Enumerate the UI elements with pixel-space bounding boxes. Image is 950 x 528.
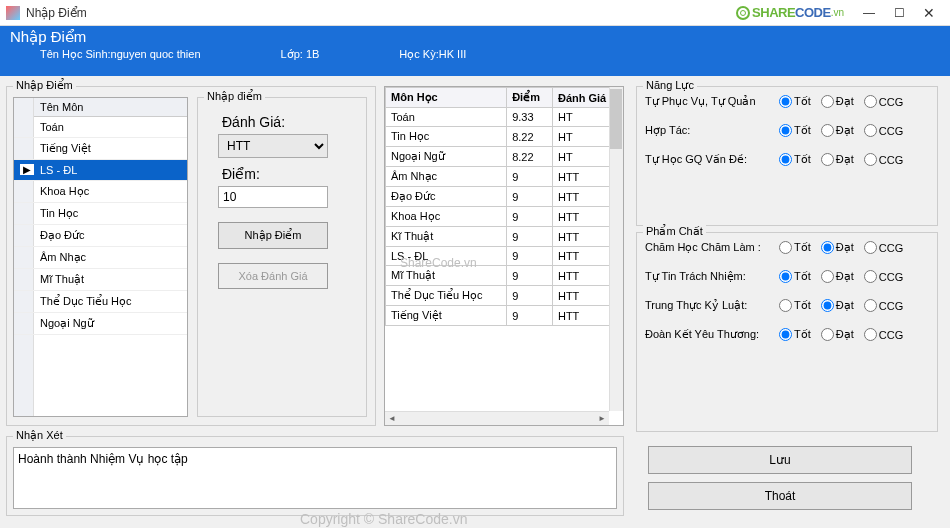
- table-row[interactable]: Toán9.33HT: [386, 108, 623, 127]
- radio-option[interactable]: CCG: [860, 95, 903, 108]
- radio-row: Tự Tin Trách Nhiệm:TốtĐạtCCG: [637, 262, 937, 291]
- subject-row[interactable]: ▶LS - ĐL: [14, 160, 187, 181]
- table-row[interactable]: Kĩ Thuật9HTT: [386, 227, 623, 247]
- radio-option[interactable]: Đạt: [817, 328, 854, 341]
- group-phamchat-title: Phẩm Chất: [643, 225, 706, 238]
- table-row[interactable]: Âm Nhạc9HTT: [386, 167, 623, 187]
- radio-option[interactable]: Đạt: [817, 153, 854, 166]
- comment-textarea[interactable]: [13, 447, 617, 509]
- radio-input[interactable]: [864, 153, 877, 166]
- scroll-right-icon[interactable]: ►: [595, 411, 609, 425]
- radio-option[interactable]: CCG: [860, 241, 903, 254]
- subject-row[interactable]: Khoa Học: [14, 181, 187, 203]
- subject-row[interactable]: Đạo Đức: [14, 225, 187, 247]
- radio-input[interactable]: [864, 328, 877, 341]
- radio-input[interactable]: [821, 270, 834, 283]
- radio-input[interactable]: [864, 241, 877, 254]
- student-info: Tên Học Sinh:nguyen quoc thien: [40, 48, 201, 61]
- comment-title: Nhận Xét: [13, 429, 66, 442]
- radio-option[interactable]: CCG: [860, 270, 903, 283]
- radio-input[interactable]: [779, 299, 792, 312]
- subject-row[interactable]: Mĩ Thuật: [14, 269, 187, 291]
- exit-button[interactable]: Thoát: [648, 482, 912, 510]
- group-nangluc: Năng Lực Tự Phục Vụ, Tự QuảnTốtĐạtCCGHợp…: [636, 86, 938, 226]
- radio-option[interactable]: CCG: [860, 328, 903, 341]
- radio-row-label: Đoàn Kết Yêu Thương:: [645, 328, 775, 341]
- radio-option[interactable]: CCG: [860, 299, 903, 312]
- subject-row[interactable]: Tin Học: [14, 203, 187, 225]
- radio-option[interactable]: Tốt: [775, 241, 811, 254]
- radio-input[interactable]: [779, 270, 792, 283]
- table-row[interactable]: Đạo Đức9HTT: [386, 187, 623, 207]
- radio-input[interactable]: [821, 124, 834, 137]
- enter-score-button[interactable]: Nhập Điểm: [218, 222, 328, 249]
- entry-title: Nhập điểm: [204, 90, 265, 103]
- radio-input[interactable]: [821, 328, 834, 341]
- radio-option[interactable]: Tốt: [775, 328, 811, 341]
- radio-input[interactable]: [779, 153, 792, 166]
- close-button[interactable]: ✕: [914, 3, 944, 23]
- save-button[interactable]: Lưu: [648, 446, 912, 474]
- radio-input[interactable]: [779, 241, 792, 254]
- page-title: Nhập Điểm: [10, 28, 940, 46]
- radio-row: Tự Học GQ Vấn Đề:TốtĐạtCCG: [637, 145, 937, 174]
- radio-option[interactable]: Tốt: [775, 95, 811, 108]
- titlebar: Nhập Điểm SHARECODE.vn — ☐ ✕: [0, 0, 950, 26]
- radio-input[interactable]: [821, 299, 834, 312]
- radio-input[interactable]: [864, 299, 877, 312]
- radio-option[interactable]: Đạt: [817, 241, 854, 254]
- radio-option[interactable]: Đạt: [817, 270, 854, 283]
- table-header[interactable]: Môn Học: [386, 88, 507, 108]
- delete-rating-button[interactable]: Xóa Đánh Giá: [218, 263, 328, 289]
- maximize-button[interactable]: ☐: [884, 3, 914, 23]
- radio-option[interactable]: Đạt: [817, 299, 854, 312]
- table-row[interactable]: Mĩ Thuật9HTT: [386, 266, 623, 286]
- radio-option[interactable]: CCG: [860, 124, 903, 137]
- radio-input[interactable]: [779, 95, 792, 108]
- table-row[interactable]: Ngoại Ngữ8.22HT: [386, 147, 623, 167]
- rating-select[interactable]: HTT: [218, 134, 328, 158]
- radio-option[interactable]: Tốt: [775, 153, 811, 166]
- radio-row: Trung Thực Kỷ Luật:TốtĐạtCCG: [637, 291, 937, 320]
- header-bar: Nhập Điểm Tên Học Sinh:nguyen quoc thien…: [0, 26, 950, 76]
- radio-input[interactable]: [821, 95, 834, 108]
- radio-input[interactable]: [864, 270, 877, 283]
- table-row[interactable]: Tiếng Việt9HTT: [386, 306, 623, 326]
- radio-option[interactable]: Tốt: [775, 270, 811, 283]
- scrollbar-horizontal[interactable]: [385, 411, 609, 425]
- table-row[interactable]: LS - ĐL9HTT: [386, 247, 623, 266]
- group-comment: Nhận Xét: [6, 436, 624, 516]
- subject-row[interactable]: Thể Dục Tiểu Học: [14, 291, 187, 313]
- minimize-button[interactable]: —: [854, 3, 884, 23]
- subject-row[interactable]: Tiếng Việt: [14, 138, 187, 160]
- radio-row: Đoàn Kết Yêu Thương:TốtĐạtCCG: [637, 320, 937, 349]
- radio-input[interactable]: [864, 124, 877, 137]
- subject-row[interactable]: Toán: [14, 117, 187, 138]
- radio-option[interactable]: Đạt: [817, 95, 854, 108]
- radio-input[interactable]: [779, 124, 792, 137]
- table-row[interactable]: Tin Học8.22HT: [386, 127, 623, 147]
- table-row[interactable]: Khoa Học9HTT: [386, 207, 623, 227]
- radio-input[interactable]: [821, 153, 834, 166]
- radio-option[interactable]: Tốt: [775, 124, 811, 137]
- radio-input[interactable]: [779, 328, 792, 341]
- brand-logo: SHARECODE.vn: [736, 5, 844, 20]
- radio-option[interactable]: Đạt: [817, 124, 854, 137]
- scroll-left-icon[interactable]: ◄: [385, 411, 399, 425]
- score-input[interactable]: [218, 186, 328, 208]
- table-header[interactable]: Điểm: [507, 88, 553, 108]
- subject-row[interactable]: Âm Nhạc: [14, 247, 187, 269]
- radio-row: Hợp Tác:TốtĐạtCCG: [637, 116, 937, 145]
- radio-option[interactable]: Tốt: [775, 299, 811, 312]
- rating-label: Đánh Giá:: [222, 114, 358, 130]
- score-label: Điểm:: [222, 166, 358, 182]
- radio-option[interactable]: CCG: [860, 153, 903, 166]
- scores-table[interactable]: Môn HọcĐiểmĐánh Giá Toán9.33HTTin Học8.2…: [384, 86, 624, 426]
- subject-row[interactable]: Ngoại Ngữ: [14, 313, 187, 335]
- radio-input[interactable]: [821, 241, 834, 254]
- radio-input[interactable]: [864, 95, 877, 108]
- class-info: Lớp: 1B: [281, 48, 320, 61]
- table-row[interactable]: Thể Dục Tiểu Học9HTT: [386, 286, 623, 306]
- subject-list[interactable]: Tên Môn ToánTiếng Việt▶LS - ĐLKhoa HọcTi…: [13, 97, 188, 417]
- scrollbar-vertical[interactable]: [609, 87, 623, 411]
